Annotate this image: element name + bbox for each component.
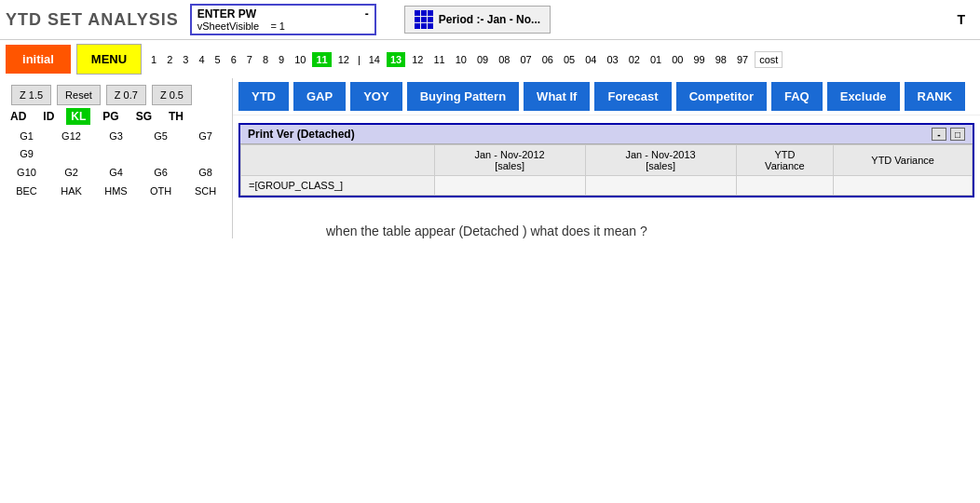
grp-g5[interactable]: G5 <box>140 129 182 143</box>
num-9[interactable]: 9 <box>275 52 288 67</box>
period-box: Period :- Jan - No... <box>404 6 551 34</box>
tag-ad[interactable]: AD <box>6 108 31 125</box>
num-5[interactable]: 5 <box>211 52 225 67</box>
forecast-btn[interactable]: Forecast <box>594 82 671 111</box>
competitor-btn[interactable]: Competitor <box>676 82 767 111</box>
period-icon <box>415 10 433 29</box>
detached-minimize[interactable]: - <box>932 128 946 141</box>
left-panel: Z 1.5 Reset Z 0.7 Z 0.5 AD ID KL PG SG T… <box>0 78 233 238</box>
col-ytd-variance: YTDVariance <box>736 145 834 176</box>
content-area: Z 1.5 Reset Z 0.7 Z 0.5 AD ID KL PG SG T… <box>0 78 980 238</box>
num-01[interactable]: 01 <box>647 52 665 67</box>
table-header-row: Jan - Nov-2012[sales] Jan - Nov-2013[sal… <box>241 145 973 176</box>
num-10b[interactable]: 10 <box>452 52 470 67</box>
grp-g10[interactable]: G10 <box>6 165 48 180</box>
app-title: YTD SET ANALYSIS <box>6 10 179 30</box>
num-07[interactable]: 07 <box>516 52 535 67</box>
header-row: YTD SET ANALYSIS ENTER PW - vSheetVisibl… <box>0 0 980 40</box>
grp-g6[interactable]: G6 <box>140 165 182 180</box>
grp-g2[interactable]: G2 <box>50 165 92 180</box>
num-4[interactable]: 4 <box>195 52 208 67</box>
detached-header: Print Ver (Detached) - □ <box>240 125 973 144</box>
num-12[interactable]: 12 <box>334 52 353 67</box>
num-2[interactable]: 2 <box>163 52 176 67</box>
num-09[interactable]: 09 <box>473 52 492 67</box>
ytd-btn[interactable]: YTD <box>238 82 289 111</box>
grp-g9[interactable]: G9 <box>6 146 48 161</box>
rank-btn[interactable]: RANK <box>905 82 966 111</box>
tag-kl[interactable]: KL <box>66 108 90 125</box>
grp-bec[interactable]: BEC <box>6 184 48 198</box>
enter-pw-title: ENTER PW - <box>197 7 369 20</box>
reset-button[interactable]: Reset <box>57 85 101 105</box>
num-97[interactable]: 97 <box>733 52 752 67</box>
z15-button[interactable]: Z 1.5 <box>11 85 51 105</box>
grp-g3[interactable]: G3 <box>95 129 137 143</box>
groups-row-1: G1 G12 G3 G5 G7 G9 <box>6 129 226 161</box>
grp-g1[interactable]: G1 <box>6 129 48 143</box>
enter-pw-value: vSheetVisible = 1 <box>197 20 369 32</box>
tag-row: AD ID KL PG SG TH <box>6 108 226 125</box>
buying-pattern-btn[interactable]: Buying Pattern <box>407 82 519 111</box>
num-04[interactable]: 04 <box>581 52 600 67</box>
yoy-btn[interactable]: YOY <box>350 82 402 111</box>
cost-label[interactable]: cost <box>755 51 783 68</box>
tag-pg[interactable]: PG <box>98 108 123 125</box>
num-1[interactable]: 1 <box>147 52 160 67</box>
groups-row-2: G10 G2 G4 G6 G8 <box>6 165 226 180</box>
detached-table: Jan - Nov-2012[sales] Jan - Nov-2013[sal… <box>240 144 973 196</box>
grp-g8[interactable]: G8 <box>184 165 226 180</box>
detached-container: Print Ver (Detached) - □ Jan - Nov-2012[… <box>238 123 974 197</box>
num-10[interactable]: 10 <box>291 52 309 67</box>
grp-g7[interactable]: G7 <box>184 129 226 143</box>
detached-title: Print Ver (Detached) <box>248 128 355 141</box>
num-13[interactable]: 13 <box>387 52 405 67</box>
num-00[interactable]: 00 <box>668 52 687 67</box>
num-11b[interactable]: 11 <box>429 52 448 67</box>
enter-pw-minus[interactable]: - <box>365 7 369 20</box>
num-14[interactable]: 14 <box>365 52 384 67</box>
col-jan-nov-2012: Jan - Nov-2012[sales] <box>434 145 585 176</box>
cell-variance-2 <box>834 176 973 196</box>
num-11[interactable]: 11 <box>312 52 331 67</box>
enter-pw-box: ENTER PW - vSheetVisible = 1 <box>190 4 376 35</box>
num-3[interactable]: 3 <box>179 52 192 67</box>
grp-oth[interactable]: OTH <box>140 184 182 198</box>
z-row: Z 1.5 Reset Z 0.7 Z 0.5 <box>6 82 226 108</box>
num-separator-1: | <box>356 52 362 67</box>
menu-button[interactable]: MENU <box>76 44 142 75</box>
period-text: Period :- Jan - No... <box>439 13 540 26</box>
num-02[interactable]: 02 <box>625 52 644 67</box>
grp-g4[interactable]: G4 <box>95 165 137 180</box>
z05-button[interactable]: Z 0.5 <box>152 85 192 105</box>
num-06[interactable]: 06 <box>538 52 557 67</box>
z07-button[interactable]: Z 0.7 <box>106 85 146 105</box>
num-05[interactable]: 05 <box>560 52 578 67</box>
question-label: when the table appear (Detached ) what d… <box>326 224 647 238</box>
table-row: =[GROUP_CLASS_] <box>241 176 973 196</box>
what-if-btn[interactable]: What If <box>524 82 590 111</box>
num-03[interactable]: 03 <box>603 52 621 67</box>
col-ytd-variance-2: YTD Variance <box>834 145 973 176</box>
tag-sg[interactable]: SG <box>131 108 157 125</box>
t-label: T <box>957 12 974 27</box>
num-6[interactable]: 6 <box>227 52 240 67</box>
num-7[interactable]: 7 <box>243 52 256 67</box>
num-98[interactable]: 98 <box>712 52 730 67</box>
grp-hak[interactable]: HAK <box>50 184 92 198</box>
detached-maximize[interactable]: □ <box>950 128 965 141</box>
num-08[interactable]: 08 <box>495 52 513 67</box>
initial-button[interactable]: initial <box>6 45 71 74</box>
grp-g12[interactable]: G12 <box>50 129 92 143</box>
gap-btn[interactable]: GAP <box>293 82 346 111</box>
num-99[interactable]: 99 <box>689 52 708 67</box>
grp-hms[interactable]: HMS <box>95 184 137 198</box>
num-12b[interactable]: 12 <box>408 52 427 67</box>
tag-id[interactable]: ID <box>38 108 59 125</box>
num-8[interactable]: 8 <box>259 52 272 67</box>
faq-btn[interactable]: FAQ <box>771 82 823 111</box>
grp-sch[interactable]: SCH <box>184 184 226 198</box>
tag-th[interactable]: TH <box>164 108 188 125</box>
number-row: 1 2 3 4 5 6 7 8 9 10 11 12 | 14 13 12 11… <box>147 51 974 68</box>
exclude-btn[interactable]: Exclude <box>827 82 900 111</box>
